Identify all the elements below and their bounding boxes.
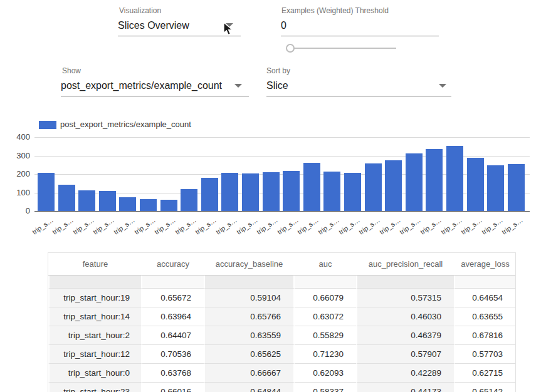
y-axis-tick-300: 300 xyxy=(9,151,30,160)
metric-cell-accuracy_baseline: 0.63559 xyxy=(204,326,295,345)
show-label: Show xyxy=(62,66,81,75)
metric-cell-auc: 0.62093 xyxy=(295,364,356,383)
bar-slice-21[interactable] xyxy=(467,158,484,211)
x-axis-line xyxy=(34,211,530,212)
bar-slice-8[interactable] xyxy=(201,178,218,211)
threshold-label: Examples (Weighted) Threshold xyxy=(281,6,389,15)
bar-slice-15[interactable] xyxy=(344,173,361,211)
column-header-auc_precision_recall[interactable]: auc_precision_recall xyxy=(356,253,455,276)
table-row-trip_start_hour:23[interactable]: trip_start_hour:230.660160.648440.583370… xyxy=(48,383,515,392)
bar-slice-4[interactable] xyxy=(119,197,136,211)
bar-slice-14[interactable] xyxy=(323,172,340,211)
metric-cell-auc_precision_recall: 0.42289 xyxy=(356,364,455,383)
visualization-selected-value: Slices Overview xyxy=(118,20,189,31)
bar-slice-19[interactable] xyxy=(426,149,443,211)
bar-slice-10[interactable] xyxy=(242,173,259,211)
column-header-auc[interactable]: auc xyxy=(295,253,356,276)
metric-cell-accuracy: 0.64407 xyxy=(142,326,204,345)
column-header-average_loss[interactable]: average_loss xyxy=(455,253,515,276)
table-row-trip_start_hour:12[interactable]: trip_start_hour:120.705360.656250.712300… xyxy=(48,345,515,364)
table-row-trip_start_hour:19[interactable]: trip_start_hour:190.656720.591040.660790… xyxy=(48,289,515,307)
metric-cell-auc: 0.66079 xyxy=(295,289,356,307)
metrics-table: featureaccuracyaccuracy_baselineaucauc_p… xyxy=(48,252,516,392)
metric-cell-auc: 0.55829 xyxy=(295,326,356,345)
threshold-value: 0 xyxy=(281,20,286,31)
table-header-row: featureaccuracyaccuracy_baselineaucauc_p… xyxy=(48,253,515,276)
table-row-trip_start_hour:0[interactable]: trip_start_hour:00.637680.666670.620930.… xyxy=(48,364,515,383)
show-metric-select[interactable]: post_export_metrics/example_count xyxy=(61,80,249,96)
feature-cell: trip_start_hour:0 xyxy=(48,364,142,383)
filter-cell-accuracy xyxy=(142,276,204,289)
filter-cell-auc_precision_recall xyxy=(356,276,455,289)
visualization-label: Visualization xyxy=(119,6,161,15)
bar-slice-13[interactable] xyxy=(303,163,320,211)
metric-cell-accuracy_baseline: 0.59104 xyxy=(204,289,295,307)
feature-cell: trip_start_hour:19 xyxy=(48,289,142,307)
slices-overview-page: Visualization Slices Overview Examples (… xyxy=(0,0,541,392)
column-header-feature[interactable]: feature xyxy=(48,253,142,276)
metric-cell-auc: 0.63072 xyxy=(295,307,356,326)
filter-cell-average_loss xyxy=(455,276,515,289)
show-selected-value: post_export_metrics/example_count xyxy=(61,80,222,91)
column-header-accuracy_baseline[interactable]: accuracy_baseline xyxy=(204,253,295,276)
bar-slice-23[interactable] xyxy=(508,164,525,211)
sort-by-select[interactable]: Slice xyxy=(266,80,451,96)
metric-cell-auc_precision_recall: 0.57907 xyxy=(356,345,455,364)
bar-slice-7[interactable] xyxy=(181,189,197,211)
filter-cell-accuracy_baseline xyxy=(204,276,295,289)
bar-slice-6[interactable] xyxy=(160,200,177,211)
table-row-trip_start_hour:2[interactable]: trip_start_hour:20.644070.635590.558290.… xyxy=(48,326,515,345)
sort-by-selected-value: Slice xyxy=(266,80,288,91)
column-header-accuracy[interactable]: accuracy xyxy=(142,253,204,276)
metric-cell-average_loss: 0.62715 xyxy=(455,364,515,383)
metric-cell-average_loss: 0.64654 xyxy=(455,289,515,307)
feature-cell: trip_start_hour:23 xyxy=(48,383,142,392)
threshold-slider-knob[interactable] xyxy=(286,44,295,53)
feature-cell: trip_start_hour:14 xyxy=(48,307,142,326)
y-axis-tick-400: 400 xyxy=(9,132,30,142)
bar-slice-11[interactable] xyxy=(263,172,280,211)
visualization-select[interactable]: Slices Overview xyxy=(118,20,241,36)
metric-cell-average_loss: 0.67816 xyxy=(455,326,515,345)
metric-cell-auc: 0.71230 xyxy=(295,345,356,364)
y-axis-tick-0: 0 xyxy=(9,206,30,215)
sort-by-label: Sort by xyxy=(266,66,290,75)
bar-slice-1[interactable] xyxy=(58,185,75,211)
filter-cell-feature xyxy=(48,276,142,289)
bar-slice-12[interactable] xyxy=(283,171,300,211)
bar-slice-2[interactable] xyxy=(78,190,95,211)
bar-slice-18[interactable] xyxy=(406,153,423,211)
threshold-slider-track[interactable] xyxy=(290,48,396,49)
bar-slice-5[interactable] xyxy=(140,199,157,211)
metric-cell-auc: 0.58337 xyxy=(295,383,356,392)
bar-slice-20[interactable] xyxy=(446,146,463,211)
metric-cell-accuracy_baseline: 0.65625 xyxy=(204,345,295,364)
metric-cell-accuracy_baseline: 0.66667 xyxy=(204,364,295,383)
metric-cell-auc_precision_recall: 0.57315 xyxy=(356,289,455,307)
bar-slice-9[interactable] xyxy=(221,173,238,211)
metric-cell-average_loss: 0.57703 xyxy=(455,345,515,364)
legend-label: post_export_metrics/example_count xyxy=(60,120,191,129)
filter-cell-auc xyxy=(295,276,356,289)
feature-cell: trip_start_hour:2 xyxy=(48,326,142,345)
metric-cell-average_loss: 0.63655 xyxy=(455,307,515,326)
bar-slice-0[interactable] xyxy=(38,173,55,211)
mouse-cursor-icon xyxy=(223,22,234,37)
metric-cell-accuracy: 0.63768 xyxy=(142,364,204,383)
metric-cell-accuracy_baseline: 0.64844 xyxy=(204,383,295,392)
metric-cell-auc_precision_recall: 0.46030 xyxy=(356,307,455,326)
table-filter-row xyxy=(48,276,515,289)
threshold-input[interactable]: 0 xyxy=(281,20,439,36)
metric-cell-accuracy: 0.63964 xyxy=(142,307,204,326)
show-dropdown-arrow-icon[interactable] xyxy=(234,84,242,88)
bar-slice-16[interactable] xyxy=(365,163,382,211)
table-row-trip_start_hour:14[interactable]: trip_start_hour:140.639640.657660.630720… xyxy=(48,307,515,326)
bar-slice-22[interactable] xyxy=(487,165,504,211)
metric-cell-accuracy: 0.70536 xyxy=(142,345,204,364)
bar-slice-17[interactable] xyxy=(385,160,402,211)
sort-by-dropdown-arrow-icon[interactable] xyxy=(439,84,446,88)
metric-cell-accuracy: 0.66016 xyxy=(142,383,204,392)
y-axis-tick-200: 200 xyxy=(9,169,30,178)
bar-slice-3[interactable] xyxy=(99,191,116,211)
y-axis-tick-100: 100 xyxy=(9,188,30,197)
